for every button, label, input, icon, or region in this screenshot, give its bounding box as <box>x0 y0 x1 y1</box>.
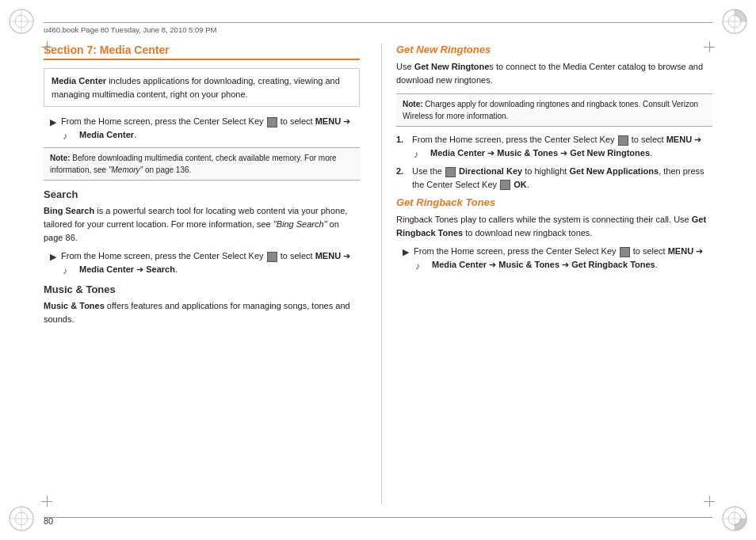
bullet-item-search: ▶ From the Home screen, press the Center… <box>50 249 360 276</box>
bullet-arrow-ringback-icon: ▶ <box>403 245 409 259</box>
music-tones-body: Music & Tones offers features and applic… <box>44 299 360 326</box>
step-1-num: 1. <box>396 133 407 146</box>
left-column: Section 7: Media Center Media Center inc… <box>44 44 364 504</box>
step-2: 2. Use the Directional Key to highlight … <box>396 165 712 191</box>
page-container: u460.book Page 80 Tuesday, June 8, 2010 … <box>0 0 756 540</box>
note-box-ringtones: Note: Charges apply for downloading ring… <box>396 93 712 127</box>
corner-decoration-br <box>720 504 750 534</box>
music-tones-heading: Music & Tones <box>44 283 360 295</box>
media-center-search: Media Center <box>79 264 134 274</box>
menu-step1-label: MENU <box>666 135 692 144</box>
bullet-item-ringback: ▶ From the Home screen, press the Center… <box>403 245 712 271</box>
media-center-ringback: Media Center <box>432 260 487 269</box>
media-center-step1-icon: ♪ <box>414 148 426 159</box>
music-tones-bold: Music & Tones <box>44 301 105 310</box>
footer-bar <box>44 504 712 518</box>
get-ringback-tones-bold: Get Ringback Tones <box>396 215 706 238</box>
directional-key-bold: Directional Key <box>459 166 522 176</box>
search-label: Search <box>146 264 175 274</box>
ok-label: OK <box>514 180 527 189</box>
svg-text:♪: ♪ <box>63 265 67 276</box>
menu-search-label: MENU <box>315 251 341 260</box>
bullet-search-text: From the Home screen, press the Center S… <box>61 249 360 276</box>
svg-text:♪: ♪ <box>414 149 418 159</box>
center-key-search-icon <box>267 252 277 262</box>
step-2-text: Use the Directional Key to highlight Get… <box>412 165 712 191</box>
step-1-text: From the Home screen, press the Center S… <box>412 133 712 159</box>
get-new-ringtones-heading: Get New Ringtones <box>396 44 712 55</box>
svg-text:♪: ♪ <box>415 260 420 271</box>
media-center-bold: Media Center <box>52 76 106 86</box>
music-tones-step1: Music & Tones <box>497 148 558 158</box>
corner-decoration-tl <box>6 6 36 36</box>
svg-text:♪: ♪ <box>63 131 67 141</box>
note-ringtones-text: Charges apply for downloading ringtones … <box>403 100 698 120</box>
get-ringback-tones-body: Ringback Tones play to callers while the… <box>396 213 712 240</box>
note-text: Before downloading multimedia content, c… <box>50 154 337 174</box>
search-heading: Search <box>44 188 360 200</box>
note-box-memory: Note: Before downloading multimedia cont… <box>44 147 360 181</box>
get-ringback-tones-heading: Get Ringback Tones <box>396 196 712 208</box>
step-1: 1. From the Home screen, press the Cente… <box>396 133 712 159</box>
menu-label: MENU <box>315 116 341 126</box>
menu-ringback-label: MENU <box>668 246 693 256</box>
media-center-ringback-icon: ♪ <box>415 260 428 271</box>
media-center-step1: Media Center <box>430 148 485 158</box>
corner-decoration-tr <box>720 6 750 36</box>
media-center-search-icon: ♪ <box>63 264 75 276</box>
bullet-ringback-text: From the Home screen, press the Center S… <box>414 245 712 271</box>
search-body: Bing Search is a powerful search tool fo… <box>44 204 360 245</box>
content-area: Section 7: Media Center Media Center inc… <box>44 44 712 504</box>
bullet-text: From the Home screen, press the Center S… <box>61 115 360 141</box>
intro-box: Media Center includes applications for d… <box>44 68 360 107</box>
section-title: Section 7: Media Center <box>44 44 360 60</box>
get-ringback-label: Get Ringback Tones <box>571 260 655 269</box>
bullet-item-home-screen: ▶ From the Home screen, press the Center… <box>50 115 360 141</box>
bullet-arrow-search-icon: ▶ <box>50 250 56 264</box>
center-key-icon <box>267 117 277 127</box>
header-text: u460.book Page 80 Tuesday, June 8, 2010 … <box>44 25 217 34</box>
note-label: Note: <box>50 154 71 162</box>
center-key-step1-icon <box>618 135 628 146</box>
page-number: 80 <box>44 516 53 526</box>
center-key-step2-icon <box>500 180 510 190</box>
bullet-arrow-icon: ▶ <box>50 116 56 129</box>
media-center-icon: ♪ <box>63 130 75 141</box>
intro-text: Media Center includes applications for d… <box>52 76 340 99</box>
get-new-ringtones-body: Use Get New Ringtones to connect to the … <box>396 60 712 87</box>
step-2-num: 2. <box>396 165 407 178</box>
get-new-apps-bold: Get New Applications <box>569 166 659 176</box>
get-new-ringtones-bold: Get New Ringtone <box>414 62 490 71</box>
right-column: Get New Ringtones Use Get New Ringtones … <box>381 44 712 504</box>
corner-decoration-bl <box>6 504 36 534</box>
media-center-label: Media Center <box>79 130 134 139</box>
directional-key-icon <box>445 167 456 177</box>
get-new-ringtones-step1: Get New Ringtones <box>570 148 650 158</box>
note-ringtones-label: Note: <box>403 100 423 108</box>
music-tones-ringback: Music & Tones <box>498 260 559 269</box>
header-bar: u460.book Page 80 Tuesday, June 8, 2010 … <box>44 22 712 36</box>
bing-search-bold: Bing Search <box>44 206 94 215</box>
center-key-ringback-icon <box>620 247 630 257</box>
